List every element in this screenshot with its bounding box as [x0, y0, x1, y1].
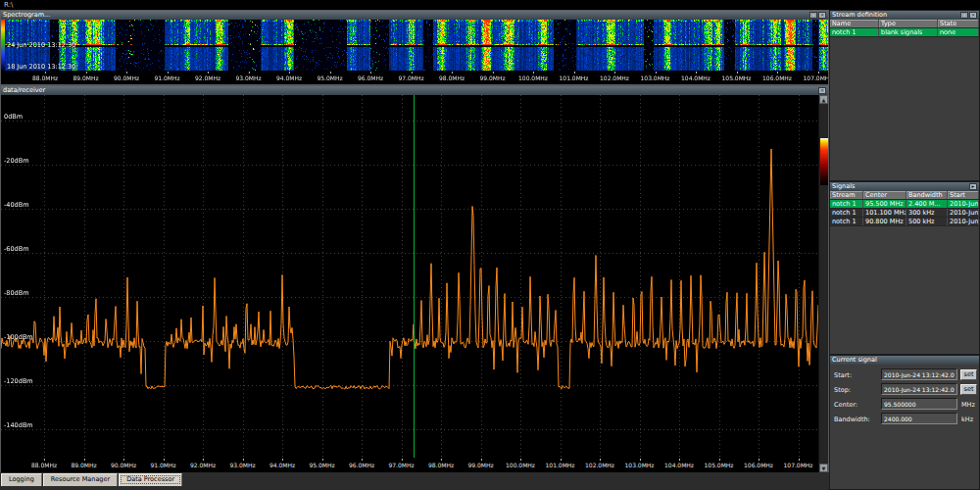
- app-title: R:\: [4, 1, 13, 9]
- spectrum-level-tick: -100dBm: [4, 333, 33, 341]
- field-row-center: Center:MHz: [830, 397, 979, 412]
- spectrogram-title: Spectrogram...: [3, 11, 50, 20]
- spectrogram-freq-tick: 90.0MHz: [114, 74, 139, 81]
- field-row-stop: Stop:set: [830, 382, 979, 397]
- spectrum-freq-tick: 99.0MHz: [467, 462, 493, 468]
- spectrum-freq-tick: 89.0MHz: [71, 462, 96, 468]
- spectrum-plot[interactable]: 0dBm-20dBm-40dBm-60dBm-80dBm-100dBm-120d…: [1, 95, 828, 472]
- maximize-icon[interactable]: □: [960, 12, 968, 19]
- current-signal-title: Current signal: [832, 356, 877, 365]
- spectrum-canvas[interactable]: [1, 95, 818, 459]
- signal-cell: 101.100 MHz: [863, 209, 906, 217]
- start-set-button[interactable]: set: [960, 369, 977, 380]
- spectrum-freq-tick: 103.0MHz: [624, 462, 654, 468]
- waterfall-canvas[interactable]: [1, 20, 828, 71]
- signal-row[interactable]: notch 195.500 MHz2.400 M...2010-Jun-24: [830, 200, 979, 209]
- application-window: R:\ Spectrogram... □ × 24 Jun 2010 13:12…: [0, 0, 980, 490]
- spectrogram-frequency-axis: 88.0MHz89.0MHz90.0MHz91.0MHz92.0MHz93.0M…: [1, 71, 828, 84]
- spectrum-freq-tick: 100.0MHz: [506, 462, 535, 468]
- spectrogram-freq-tick: 105.0MHz: [721, 74, 751, 81]
- spectrum-level-tick: -120dBm: [4, 377, 33, 385]
- start-label: Start:: [834, 371, 852, 379]
- spectrum-freq-tick: 107.0MHz: [783, 462, 812, 468]
- signal-column-header[interactable]: Start: [948, 191, 979, 199]
- spectrogram-freq-tick: 101.0MHz: [559, 74, 588, 81]
- spectrum-freq-tick: 104.0MHz: [664, 462, 694, 468]
- spectrum-level-tick: 0dBm: [4, 113, 23, 121]
- maximize-icon[interactable]: □: [809, 12, 817, 19]
- spectrum-level-tick: -140dBm: [4, 421, 33, 429]
- bandwidth-input[interactable]: [881, 413, 957, 424]
- spectrogram-freq-tick: 92.0MHz: [195, 74, 220, 81]
- tab-resource-manager[interactable]: Resource Manager: [43, 473, 118, 486]
- spectrum-level-tick: -20dBm: [4, 157, 29, 165]
- signal-column-header[interactable]: Stream: [830, 191, 863, 199]
- close-icon[interactable]: ×: [818, 12, 826, 19]
- waterfall-time-top: 24 Jun 2010 13:12:30: [7, 41, 75, 49]
- spectrum-freq-tick: 96.0MHz: [349, 462, 374, 468]
- center-label: Center:: [834, 401, 858, 409]
- spectrum-level-tick: -40dBm: [4, 201, 29, 209]
- signal-cell: 2010-Jun-24: [948, 209, 979, 217]
- spectrum-freq-tick: 101.0MHz: [545, 462, 574, 468]
- colormap-legend: [1, 20, 5, 71]
- start-input[interactable]: [881, 368, 957, 380]
- spectrogram-freq-tick: 91.0MHz: [154, 74, 179, 81]
- stream-column-header[interactable]: Name: [830, 20, 879, 27]
- spectrum-scrollbar[interactable]: ▲ ▼: [818, 95, 828, 472]
- bottom-tab-bar: LoggingResource ManagerData Processor: [1, 473, 183, 486]
- stop-label: Stop:: [834, 386, 851, 394]
- signal-column-header[interactable]: Bandwidth: [906, 191, 948, 199]
- stream-cell: none: [938, 28, 979, 36]
- stream-row[interactable]: notch 1blank signalsnone: [830, 28, 979, 37]
- signals-title: Signals: [832, 182, 855, 191]
- waterfall-display[interactable]: 24 Jun 2010 13:12:30 18 Jun 2010 13:12:3…: [1, 20, 828, 71]
- signals-titlebar[interactable]: Signals ▸: [830, 182, 979, 191]
- spectrum-x-axis: 88.0MHz89.0MHz90.0MHz91.0MHz92.0MHz93.0M…: [1, 459, 818, 472]
- stream-definition-panel: Stream definition □ × NameTypeStatenotch…: [829, 10, 980, 181]
- signal-row[interactable]: notch 1101.100 MHz300 kHz2010-Jun-24: [830, 209, 979, 218]
- stream-column-header[interactable]: Type: [879, 20, 938, 27]
- spectrum-titlebar[interactable]: data/receiver ×: [1, 86, 828, 95]
- spectrogram-window: Spectrogram... □ × 24 Jun 2010 13:12:30 …: [0, 10, 829, 85]
- signal-cell: notch 1: [830, 209, 863, 217]
- signal-header-row: StreamCenterBandwidthStart: [830, 191, 979, 200]
- scroll-up-icon[interactable]: ▲: [819, 95, 828, 104]
- signal-cell: 500 kHz: [906, 218, 948, 225]
- close-icon[interactable]: ×: [969, 12, 977, 19]
- expand-arrow-icon[interactable]: ▸: [969, 183, 977, 190]
- current-signal-fields: Start:setStop:setCenter:MHzBandwidth:kHz: [830, 365, 979, 426]
- stream-definition-titlebar[interactable]: Stream definition □ ×: [830, 11, 979, 20]
- stream-header-row: NameTypeState: [830, 20, 979, 28]
- close-icon[interactable]: ×: [818, 87, 826, 94]
- stop-set-button[interactable]: set: [960, 384, 977, 395]
- signal-cell: 95.500 MHz: [863, 200, 906, 208]
- tab-logging[interactable]: Logging: [1, 473, 42, 486]
- current-signal-titlebar[interactable]: Current signal: [830, 356, 979, 365]
- stop-input[interactable]: [881, 383, 957, 395]
- spectrogram-freq-tick: 97.0MHz: [398, 74, 423, 81]
- spectrum-freq-tick: 90.0MHz: [111, 462, 136, 468]
- stream-column-header[interactable]: State: [938, 20, 979, 27]
- stream-cell: blank signals: [879, 28, 938, 36]
- spectrogram-freq-tick: 89.0MHz: [73, 74, 98, 81]
- center-input[interactable]: [881, 398, 957, 410]
- field-row-start: Start:set: [830, 368, 979, 382]
- spectrum-freq-tick: 102.0MHz: [585, 462, 614, 468]
- field-row-bandwidth: Bandwidth:kHz: [830, 412, 979, 426]
- spectrum-freq-tick: 93.0MHz: [229, 462, 255, 468]
- signal-cell: 90.800 MHz: [863, 218, 906, 225]
- signal-row[interactable]: notch 190.800 MHz500 kHz2010-Jun-24: [830, 218, 979, 226]
- app-titlebar[interactable]: R:\: [0, 0, 980, 10]
- color-scale: [820, 138, 828, 185]
- spectrogram-freq-tick: 107.0MHz: [803, 74, 828, 81]
- scroll-down-icon[interactable]: ▼: [819, 464, 828, 472]
- spectrogram-freq-tick: 94.0MHz: [276, 74, 302, 81]
- spectrum-level-tick: -60dBm: [4, 245, 29, 253]
- stream-definition-table: NameTypeStatenotch 1blank signalsnone: [830, 20, 979, 37]
- signal-column-header[interactable]: Center: [863, 191, 906, 199]
- tab-data-processor[interactable]: Data Processor: [119, 473, 182, 486]
- spectrogram-titlebar[interactable]: Spectrogram... □ ×: [1, 11, 828, 20]
- window-buttons: □ ×: [960, 12, 977, 19]
- signal-cell: notch 1: [830, 200, 863, 208]
